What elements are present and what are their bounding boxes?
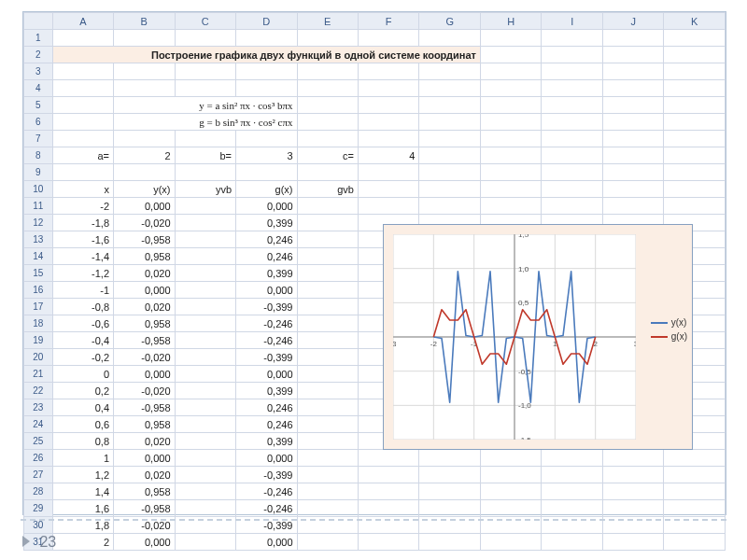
- cell[interactable]: 2: [52, 534, 113, 551]
- cell[interactable]: [358, 97, 418, 114]
- row-header-15[interactable]: 15: [24, 265, 53, 282]
- cell[interactable]: [175, 534, 235, 551]
- cell[interactable]: 0,020: [114, 265, 175, 282]
- cell[interactable]: [175, 483, 235, 500]
- cell[interactable]: [602, 47, 663, 63]
- cell[interactable]: -0,246: [236, 483, 297, 500]
- cell[interactable]: [114, 131, 175, 147]
- cell[interactable]: -1,2: [52, 265, 113, 282]
- row-header-17[interactable]: 17: [24, 299, 53, 315]
- cell[interactable]: -0,958: [114, 332, 175, 349]
- cell[interactable]: [419, 147, 480, 164]
- row-header-25[interactable]: 25: [24, 433, 53, 450]
- cell[interactable]: [175, 450, 235, 467]
- cell[interactable]: [542, 500, 602, 517]
- cell[interactable]: 0,000: [236, 366, 297, 383]
- cell[interactable]: [52, 164, 113, 181]
- cell[interactable]: [480, 97, 541, 114]
- cell[interactable]: 0,000: [114, 534, 175, 551]
- cell[interactable]: 0,000: [114, 366, 175, 383]
- cell[interactable]: [542, 97, 602, 114]
- cell[interactable]: [114, 80, 175, 97]
- cell[interactable]: [602, 80, 663, 97]
- cell[interactable]: gvb: [297, 181, 358, 198]
- cell[interactable]: [297, 215, 358, 231]
- cell[interactable]: [114, 164, 175, 181]
- row-header-2[interactable]: 2: [24, 47, 53, 63]
- cell[interactable]: [297, 114, 358, 131]
- cell[interactable]: [358, 500, 418, 517]
- cell[interactable]: [297, 315, 358, 332]
- cell[interactable]: y(x): [114, 181, 175, 198]
- cell[interactable]: [358, 450, 418, 467]
- cell[interactable]: [664, 131, 726, 147]
- row-header-11[interactable]: 11: [24, 198, 53, 215]
- cell[interactable]: [52, 97, 113, 114]
- cell[interactable]: [664, 30, 726, 47]
- cell[interactable]: [602, 97, 663, 114]
- cell[interactable]: [297, 299, 358, 315]
- cell[interactable]: [602, 63, 663, 80]
- row-header-7[interactable]: 7: [24, 131, 53, 147]
- cell[interactable]: [664, 164, 726, 181]
- row-header-9[interactable]: 9: [24, 164, 53, 181]
- cell[interactable]: [664, 534, 726, 551]
- cell[interactable]: [542, 467, 602, 483]
- cell[interactable]: [602, 500, 663, 517]
- cell[interactable]: [175, 198, 235, 215]
- col-header-B[interactable]: B: [114, 13, 175, 30]
- cell[interactable]: [602, 450, 663, 467]
- cell[interactable]: 0,000: [236, 198, 297, 215]
- cell[interactable]: [297, 483, 358, 500]
- cell[interactable]: 0,246: [236, 416, 297, 433]
- cell[interactable]: [358, 80, 418, 97]
- row-header-21[interactable]: 21: [24, 366, 53, 383]
- cell[interactable]: [297, 248, 358, 265]
- cell[interactable]: 3: [236, 147, 297, 164]
- col-header-A[interactable]: A: [52, 13, 113, 30]
- cell[interactable]: [480, 534, 541, 551]
- cell[interactable]: [175, 131, 235, 147]
- cell[interactable]: [602, 467, 663, 483]
- cell[interactable]: [419, 467, 480, 483]
- cell[interactable]: [664, 467, 726, 483]
- row-header-10[interactable]: 10: [24, 181, 53, 198]
- cell[interactable]: [480, 131, 541, 147]
- cell[interactable]: yvb: [175, 181, 235, 198]
- row-header-16[interactable]: 16: [24, 282, 53, 299]
- cell[interactable]: [358, 30, 418, 47]
- cell[interactable]: -0,399: [236, 467, 297, 483]
- cell[interactable]: [297, 416, 358, 433]
- cell[interactable]: [419, 450, 480, 467]
- cell[interactable]: [358, 114, 418, 131]
- cell[interactable]: [52, 63, 113, 80]
- cell[interactable]: [358, 181, 418, 198]
- row-header-5[interactable]: 5: [24, 97, 53, 114]
- cell[interactable]: 0,000: [236, 282, 297, 299]
- cell[interactable]: [297, 399, 358, 416]
- cell[interactable]: [542, 63, 602, 80]
- cell[interactable]: [480, 80, 541, 97]
- cell[interactable]: [419, 114, 480, 131]
- cell[interactable]: [602, 30, 663, 47]
- cell[interactable]: [419, 30, 480, 47]
- cell[interactable]: 0,2: [52, 383, 113, 399]
- cell[interactable]: -2: [52, 198, 113, 215]
- col-header-I[interactable]: I: [542, 13, 602, 30]
- cell[interactable]: -0,020: [114, 383, 175, 399]
- cell[interactable]: [297, 231, 358, 248]
- cell[interactable]: [419, 164, 480, 181]
- cell[interactable]: [664, 500, 726, 517]
- cell[interactable]: 0,399: [236, 433, 297, 450]
- col-header-C[interactable]: C: [175, 13, 235, 30]
- cell[interactable]: [542, 147, 602, 164]
- cell[interactable]: 0,8: [52, 433, 113, 450]
- cell[interactable]: [358, 198, 418, 215]
- cell[interactable]: [297, 467, 358, 483]
- cell[interactable]: [602, 147, 663, 164]
- cell[interactable]: 0,020: [114, 299, 175, 315]
- cell[interactable]: [419, 97, 480, 114]
- select-all-corner[interactable]: [24, 13, 53, 30]
- cell[interactable]: [664, 147, 726, 164]
- cell[interactable]: [602, 181, 663, 198]
